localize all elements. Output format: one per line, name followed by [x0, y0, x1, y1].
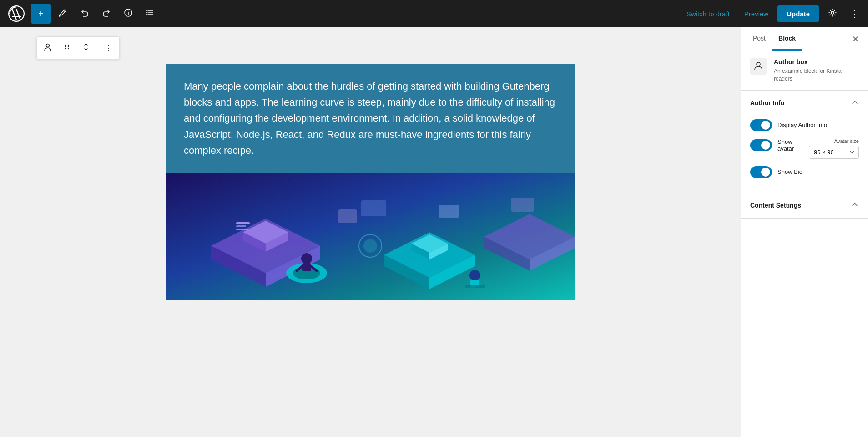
- content-settings-title: Content Settings: [750, 202, 801, 209]
- author-info-header[interactable]: Author Info: [741, 91, 868, 116]
- isometric-illustration: [166, 173, 575, 300]
- close-icon: ✕: [852, 34, 859, 44]
- info-icon: [124, 8, 133, 20]
- content-settings-chevron-up-icon: [851, 200, 859, 211]
- author-block-icon: [753, 61, 763, 73]
- tab-post[interactable]: Post: [747, 27, 772, 51]
- svg-rect-35: [236, 225, 246, 227]
- image-block[interactable]: [166, 173, 575, 300]
- svg-point-51: [363, 239, 377, 253]
- block-toolbar-options-group: ⋮: [97, 37, 119, 59]
- show-bio-toggle[interactable]: [750, 166, 772, 178]
- plus-icon: +: [38, 9, 44, 19]
- content-settings-header[interactable]: Content Settings: [741, 193, 868, 218]
- svg-point-17: [68, 48, 69, 49]
- svg-point-3: [128, 10, 129, 11]
- svg-rect-45: [465, 285, 485, 288]
- sidebar-close-button[interactable]: ✕: [848, 32, 863, 46]
- block-type-button[interactable]: [39, 39, 57, 57]
- show-avatar-label: Show avatar: [777, 138, 803, 152]
- svg-rect-48: [439, 205, 459, 218]
- display-author-info-toggle[interactable]: [750, 119, 772, 131]
- sidebar: Post Block ✕ Author box An example block…: [741, 27, 868, 437]
- avatar-size-group: Avatar size 96 × 96 48 × 48 128 × 128: [809, 138, 859, 159]
- block-icon-container: [750, 58, 767, 75]
- svg-point-15: [68, 45, 69, 46]
- author-block[interactable]: Many people complain about the hurdles o…: [166, 64, 575, 173]
- gear-icon: [828, 8, 837, 20]
- svg-point-8: [146, 12, 147, 13]
- pen-icon: [58, 8, 67, 20]
- svg-rect-46: [338, 209, 357, 223]
- undo-icon: [80, 8, 89, 20]
- edit-tool-button[interactable]: [53, 4, 73, 24]
- avatar-size-label: Avatar size: [834, 138, 859, 144]
- svg-point-39: [301, 253, 312, 264]
- show-bio-label: Show Bio: [777, 168, 802, 175]
- author-info-chevron-up-icon: [851, 98, 859, 108]
- show-avatar-toggle[interactable]: [750, 139, 772, 151]
- block-toolbar-block-type-group: [37, 37, 97, 59]
- redo-icon: [102, 8, 111, 20]
- author-info-title: Author Info: [750, 99, 784, 107]
- sidebar-tabs: Post Block ✕: [741, 27, 868, 51]
- update-button[interactable]: Update: [777, 5, 819, 22]
- block-description: An example block for Kinsta readers: [774, 67, 859, 83]
- person-block-icon: [43, 42, 52, 53]
- block-toolbar: ⋮: [36, 36, 120, 59]
- preview-button[interactable]: Preview: [739, 6, 774, 21]
- svg-point-10: [831, 11, 834, 14]
- main-area: ⋮ Many people complain about the hurdles…: [0, 27, 868, 437]
- list-view-button[interactable]: [140, 4, 160, 24]
- svg-point-11: [46, 44, 50, 47]
- drag-handle-icon: [63, 43, 71, 53]
- svg-rect-49: [511, 198, 534, 212]
- main-toolbar: +: [0, 0, 868, 27]
- svg-rect-34: [236, 222, 250, 224]
- move-arrows-icon: [81, 42, 91, 53]
- undo-button[interactable]: [75, 4, 95, 24]
- svg-point-16: [68, 46, 69, 47]
- redo-button[interactable]: [96, 4, 116, 24]
- author-info-content: Display Author Info Show avatar Avatar s…: [741, 116, 868, 193]
- move-arrows-button[interactable]: [77, 39, 95, 57]
- drag-handle-button[interactable]: [58, 39, 76, 57]
- avatar-size-select[interactable]: 96 × 96 48 × 48 128 × 128: [809, 146, 859, 159]
- switch-to-draft-button[interactable]: Switch to draft: [681, 6, 735, 21]
- svg-point-43: [469, 270, 480, 281]
- svg-point-9: [146, 14, 147, 15]
- add-block-button[interactable]: +: [31, 4, 51, 24]
- show-bio-row: Show Bio: [750, 166, 859, 178]
- svg-point-14: [65, 48, 66, 49]
- svg-point-13: [65, 46, 66, 47]
- more-options-button[interactable]: ⋮: [846, 4, 863, 24]
- toolbar-right-actions: Switch to draft Preview Update ⋮: [681, 4, 863, 24]
- info-button[interactable]: [118, 4, 138, 24]
- block-options-button[interactable]: ⋮: [99, 39, 117, 57]
- author-info-section: Author Info Display Author Info: [741, 91, 868, 193]
- content-settings-section: Content Settings: [741, 193, 868, 218]
- author-block-text: Many people complain about the hurdles o…: [184, 78, 557, 158]
- block-info-panel: Author box An example block for Kinsta r…: [741, 51, 868, 91]
- svg-point-52: [757, 62, 760, 66]
- wp-logo[interactable]: [5, 0, 27, 27]
- svg-rect-47: [361, 200, 386, 216]
- author-content-block: Many people complain about the hurdles o…: [166, 64, 575, 300]
- show-avatar-row: Show avatar Avatar size 96 × 96 48 × 48 …: [750, 138, 859, 159]
- options-icon: ⋮: [105, 44, 112, 52]
- list-icon: [146, 8, 155, 20]
- tab-block[interactable]: Block: [772, 27, 802, 51]
- block-name-label: Author box: [774, 58, 859, 66]
- svg-rect-40: [302, 263, 311, 271]
- block-info-details: Author box An example block for Kinsta r…: [774, 58, 859, 83]
- display-author-info-label: Display Author Info: [777, 122, 827, 128]
- display-author-info-row: Display Author Info: [750, 119, 859, 131]
- svg-rect-36: [236, 229, 248, 230]
- svg-point-12: [65, 45, 66, 46]
- svg-point-7: [146, 10, 147, 11]
- editor-area: ⋮ Many people complain about the hurdles…: [0, 27, 741, 437]
- more-vertical-icon: ⋮: [850, 8, 859, 19]
- settings-button[interactable]: [823, 4, 843, 24]
